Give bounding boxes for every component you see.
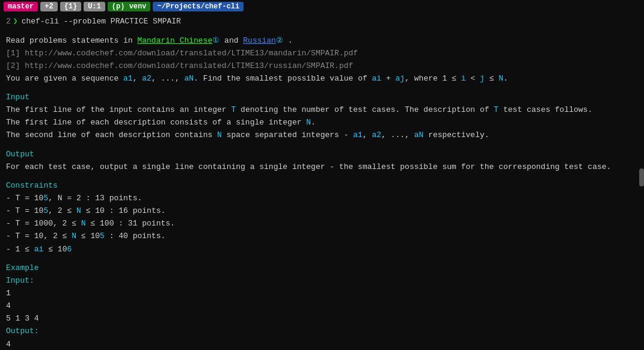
plus: + — [381, 74, 395, 83]
title-bar: master +2 {1} U:1 (p) venv ~/Projects/ch… — [0, 0, 644, 13]
c2-N: N — [76, 206, 81, 215]
input-text3b: space separated integers - — [222, 130, 353, 140]
desc-comma1: , — [133, 74, 143, 83]
c5-sup: 6 — [67, 245, 72, 254]
input-label-line: Input — [6, 91, 638, 103]
c4-sup: 5 — [100, 232, 105, 241]
input-text3c: respectively. — [423, 130, 489, 140]
c2-text: - T = 10 — [6, 206, 43, 215]
input-text1: The first line of the input contains an … — [6, 105, 231, 114]
input-text3: The second line of each description cont… — [6, 130, 217, 140]
command-text: chef-cli --problem PRACTICE SMPAIR — [22, 16, 181, 28]
dots2: , ..., — [381, 130, 414, 140]
input-line2: The first line of each description consi… — [6, 117, 638, 129]
var-aN: aN — [184, 74, 194, 83]
command-line: 2 ❯ chef-cli --problem PRACTICE SMPAIR — [6, 16, 638, 28]
leq-N: ≤ — [485, 74, 498, 83]
input-line1: The first line of the input contains an … — [6, 104, 638, 116]
var-N1: N — [306, 118, 311, 127]
desc-text2: . Find the smallest possible value of — [194, 74, 372, 83]
terminal-content: 2 ❯ chef-cli --problem PRACTICE SMPAIR R… — [0, 13, 644, 350]
and-text: and — [224, 36, 238, 45]
input-line3: The second line of each description cont… — [6, 129, 638, 141]
input-text2b: . — [311, 118, 316, 127]
period: . — [288, 36, 293, 45]
lt1: < — [466, 74, 480, 83]
desc-comma2: , where 1 ≤ — [405, 74, 461, 83]
venv-badge: (p) venv — [108, 2, 151, 11]
constraints-label: Constraints — [6, 181, 58, 190]
var-N-end: N — [498, 74, 503, 83]
ex-input2: 4 — [6, 300, 638, 312]
var-N2: N — [217, 130, 222, 140]
scrollbar[interactable] — [639, 168, 644, 186]
terminal-window: master +2 {1} U:1 (p) venv ~/Projects/ch… — [0, 0, 644, 350]
c3-rest: ≤ 100 : 31 points. — [86, 219, 175, 228]
var-ai: ai — [372, 74, 382, 83]
c5-ai: ai — [34, 245, 44, 254]
input-text2: The first line of each description consi… — [6, 118, 306, 127]
var-a1-2: a1 — [353, 130, 363, 140]
c5-text: - 1 ≤ — [6, 245, 34, 254]
c3-N: N — [81, 219, 86, 228]
c4-N: N — [72, 232, 76, 241]
example-label: Example — [6, 263, 39, 272]
url1-line: [1] http://www.codechef.com/download/tra… — [6, 48, 638, 60]
example-label-line: Example — [6, 262, 638, 274]
indicator1-badge: {1} — [60, 2, 82, 11]
c4-text: - T = 10, 2 ≤ — [6, 232, 72, 241]
c5-rest: ≤ 10 — [43, 245, 67, 254]
input-text1b: denoting the number of test cases. The d… — [236, 105, 494, 114]
output-label-line: Output — [6, 149, 638, 161]
intro-line: Read problems statements in Mandarin Chi… — [6, 35, 638, 47]
var-j: j — [480, 74, 485, 83]
desc-text1: You are given a sequence — [6, 74, 123, 83]
output-line: For each test case, output a single line… — [6, 161, 638, 173]
var-a1: a1 — [123, 74, 133, 83]
desc-period: . — [503, 74, 508, 83]
constraints-label-line: Constraints — [6, 180, 638, 192]
url2-line: [2] http://www.codechef.com/download/tra… — [6, 60, 638, 72]
count-badge: +2 — [40, 2, 57, 11]
mandarin-link[interactable]: Mandarin Chinese — [137, 36, 212, 45]
c1-rest: , N = 2 : 13 points. — [48, 194, 142, 203]
constraint-line3: - T = 1000, 2 ≤ N ≤ 100 : 31 points. — [6, 218, 638, 230]
c3-text: - T = 1000, 2 ≤ — [6, 219, 81, 228]
var-aj: aj — [396, 74, 405, 83]
desc-line: You are given a sequence a1, a2, ..., aN… — [6, 73, 638, 85]
c4-rest2: : 40 points. — [105, 232, 165, 241]
constraint-line5: - 1 ≤ ai ≤ 106 — [6, 244, 638, 256]
constraint-line4: - T = 10, 2 ≤ N ≤ 105 : 40 points. — [6, 230, 638, 242]
output-ex-label: Output: — [6, 325, 638, 337]
var-aN-2: aN — [414, 130, 424, 140]
output-ex-text: Output: — [6, 327, 39, 336]
var-a2-2: a2 — [372, 130, 382, 140]
russian-link[interactable]: Russian — [243, 36, 276, 45]
c4-rest: ≤ 10 — [76, 232, 100, 241]
c2-rest: , 2 ≤ — [48, 206, 76, 215]
c1-text: - T = 10 — [6, 194, 43, 203]
branch-badge: master — [4, 2, 38, 11]
ex-output1: 4 — [6, 339, 638, 350]
var-i: i — [461, 74, 466, 83]
comma3: , — [363, 130, 372, 140]
constraint-line2: - T = 105, 2 ≤ N ≤ 10 : 16 points. — [6, 205, 638, 217]
input-label: Input — [6, 93, 29, 102]
var-T2: T — [494, 105, 498, 114]
c2-rest2: ≤ 10 : 16 points. — [81, 206, 165, 215]
indicator2-badge: U:1 — [84, 2, 105, 11]
input-ex-label: Input: — [6, 275, 638, 287]
russian-sup: ② — [276, 36, 283, 45]
path-badge: ~/Projects/chef-cli — [153, 2, 244, 11]
ex-input1: 1 — [6, 287, 638, 299]
prompt-arrow: ❯ — [13, 16, 18, 28]
intro-text: Read problems statements in — [6, 36, 133, 45]
input-ex-text: Input: — [6, 276, 34, 285]
prompt-number: 2 — [6, 16, 11, 28]
output-label: Output — [6, 150, 34, 159]
ex-input3: 5 1 3 4 — [6, 313, 638, 325]
mandarin-sup: ① — [212, 36, 219, 45]
input-text1c: test cases follows. — [498, 105, 592, 114]
constraint-line1: - T = 105, N = 2 : 13 points. — [6, 192, 638, 204]
desc-dots: , ..., — [152, 74, 185, 83]
